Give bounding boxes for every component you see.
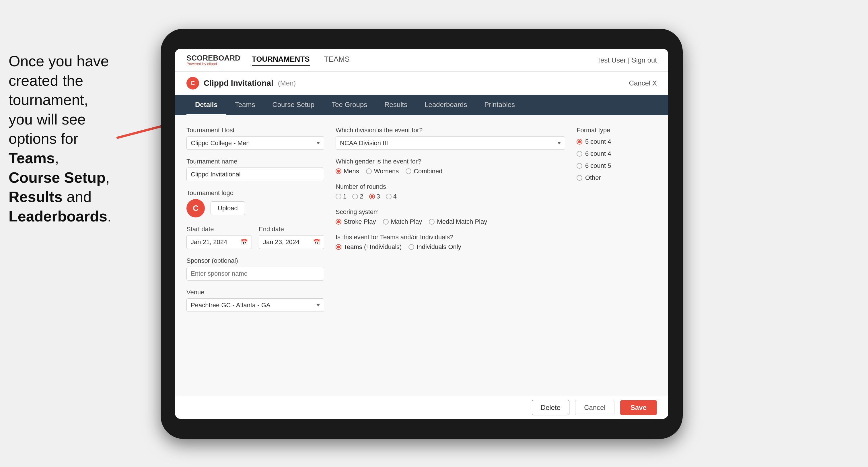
- round-2-radio[interactable]: [352, 194, 358, 199]
- tournament-name-input[interactable]: [186, 167, 324, 181]
- gender-womens-label: Womens: [374, 167, 399, 175]
- tournament-host-select[interactable]: Clippd College - Men: [186, 136, 324, 150]
- cancel-button[interactable]: Cancel: [575, 400, 614, 415]
- scoring-stroke-radio[interactable]: [336, 219, 341, 225]
- delete-button[interactable]: Delete: [532, 400, 569, 415]
- gender-womens[interactable]: Womens: [366, 167, 399, 175]
- format-5count4-radio[interactable]: [577, 139, 582, 145]
- gender-combined-radio[interactable]: [406, 168, 411, 174]
- division-select[interactable]: NCAA Division III: [336, 136, 565, 150]
- nav-tournaments[interactable]: TOURNAMENTS: [252, 55, 310, 66]
- format-6count4-radio[interactable]: [577, 151, 582, 157]
- format-6count5-label: 6 count 5: [585, 162, 611, 169]
- breadcrumb-bar: C Clippd Invitational (Men) Cancel X: [175, 72, 669, 95]
- main-content: Tournament Host Clippd College - Men Tou…: [175, 115, 669, 399]
- end-date-wrap: 📅: [259, 235, 324, 249]
- gender-group: Which gender is the event for? Mens Wome…: [336, 158, 565, 175]
- scoring-medal[interactable]: Medal Match Play: [429, 218, 487, 225]
- gender-mens-radio[interactable]: [336, 168, 341, 174]
- user-text[interactable]: Test User | Sign out: [597, 56, 657, 64]
- start-date-group: Start date 📅: [186, 225, 252, 249]
- calendar-icon: 📅: [241, 239, 248, 246]
- format-other[interactable]: Other: [577, 174, 657, 182]
- format-6count4[interactable]: 6 count 4: [577, 150, 657, 157]
- tabs-bar: Details Teams Course Setup Tee Groups Re…: [175, 95, 669, 115]
- format-5count4[interactable]: 5 count 4: [577, 138, 657, 146]
- format-other-radio[interactable]: [577, 175, 582, 181]
- breadcrumb-content: C Clippd Invitational (Men): [186, 77, 296, 90]
- format-6count5[interactable]: 6 count 5: [577, 162, 657, 169]
- right-column: Which division is the event for? NCAA Di…: [336, 126, 565, 387]
- tab-course-setup[interactable]: Course Setup: [264, 95, 323, 115]
- individuals-only[interactable]: Individuals Only: [408, 243, 461, 251]
- tab-details[interactable]: Details: [186, 95, 226, 115]
- format-5count4-label: 5 count 4: [585, 138, 611, 146]
- format-6count5-radio[interactable]: [577, 163, 582, 169]
- left-column: Tournament Host Clippd College - Men Tou…: [186, 126, 324, 387]
- sponsor-input[interactable]: [186, 267, 324, 281]
- upload-button[interactable]: Upload: [211, 201, 245, 215]
- tab-results[interactable]: Results: [376, 95, 416, 115]
- logo-upload-area: C Upload: [186, 199, 324, 217]
- tournament-host-group: Tournament Host Clippd College - Men: [186, 126, 324, 150]
- division-group: Which division is the event for? NCAA Di…: [336, 126, 565, 150]
- round-4[interactable]: 4: [386, 193, 397, 200]
- save-button[interactable]: Save: [620, 400, 657, 415]
- tab-leaderboards[interactable]: Leaderboards: [416, 95, 475, 115]
- tournament-host-label: Tournament Host: [186, 126, 324, 134]
- teams-radio-group: Teams (+Individuals) Individuals Only: [336, 243, 565, 251]
- end-date-label: End date: [259, 225, 324, 233]
- scoring-radio-group: Stroke Play Match Play Medal Match Play: [336, 218, 565, 225]
- logo: SCOREBOARD Powered by clippd: [186, 54, 240, 66]
- round-3-radio[interactable]: [369, 194, 375, 199]
- teams-plus-individuals-radio[interactable]: [336, 244, 341, 250]
- scoring-stroke-label: Stroke Play: [344, 218, 376, 225]
- breadcrumb-subtitle: (Men): [278, 79, 296, 87]
- tab-teams[interactable]: Teams: [226, 95, 264, 115]
- gender-combined[interactable]: Combined: [406, 167, 442, 175]
- scoring-match-label: Match Play: [391, 218, 422, 225]
- sponsor-label: Sponsor (optional): [186, 257, 324, 264]
- nav-links: TOURNAMENTS TEAMS: [252, 55, 350, 66]
- round-2[interactable]: 2: [352, 193, 363, 200]
- round-3[interactable]: 3: [369, 193, 380, 200]
- scoring-match-radio[interactable]: [383, 219, 389, 225]
- scoring-label: Scoring system: [336, 208, 565, 216]
- gender-mens[interactable]: Mens: [336, 167, 359, 175]
- teams-plus-individuals[interactable]: Teams (+Individuals): [336, 243, 402, 251]
- division-label: Which division is the event for?: [336, 126, 565, 134]
- logo-area: SCOREBOARD Powered by clippd TOURNAMENTS…: [186, 54, 350, 66]
- teams-individuals-label: Is this event for Teams and/or Individua…: [336, 234, 565, 241]
- gender-radio-group: Mens Womens Combined: [336, 167, 565, 175]
- venue-select[interactable]: Peachtree GC - Atlanta - GA: [186, 298, 324, 312]
- venue-label: Venue: [186, 288, 324, 296]
- date-row: Start date 📅 End date 📅: [186, 225, 324, 257]
- end-date-group: End date 📅: [259, 225, 324, 249]
- gender-womens-radio[interactable]: [366, 168, 372, 174]
- cancel-x-button[interactable]: Cancel X: [629, 79, 657, 87]
- tournament-logo-label: Tournament logo: [186, 189, 324, 197]
- start-date-label: Start date: [186, 225, 252, 233]
- scoring-stroke[interactable]: Stroke Play: [336, 218, 376, 225]
- tab-tee-groups[interactable]: Tee Groups: [323, 95, 376, 115]
- action-bar: Delete Cancel Save: [175, 396, 669, 419]
- individuals-only-label: Individuals Only: [416, 243, 461, 251]
- gender-label: Which gender is the event for?: [336, 158, 565, 165]
- nav-teams[interactable]: TEAMS: [324, 55, 350, 66]
- round-4-radio[interactable]: [386, 194, 392, 199]
- calendar-icon-end: 📅: [313, 239, 320, 246]
- individuals-only-radio[interactable]: [408, 244, 414, 250]
- tab-printables[interactable]: Printables: [475, 95, 524, 115]
- scoring-medal-radio[interactable]: [429, 219, 435, 225]
- rounds-group: Number of rounds 1 2 3: [336, 183, 565, 200]
- format-radio-list: 5 count 4 6 count 4 6 count 5 Other: [577, 138, 657, 182]
- round-1[interactable]: 1: [336, 193, 346, 200]
- teams-individuals-group: Is this event for Teams and/or Individua…: [336, 234, 565, 251]
- format-type-column: Format type 5 count 4 6 count 4 6 count …: [577, 126, 657, 387]
- intro-line: Once you havecreated thetournament,you w…: [9, 53, 111, 225]
- tablet-screen: SCOREBOARD Powered by clippd TOURNAMENTS…: [175, 49, 669, 419]
- gender-mens-label: Mens: [344, 167, 359, 175]
- scoring-match[interactable]: Match Play: [383, 218, 422, 225]
- rounds-label: Number of rounds: [336, 183, 565, 190]
- round-1-radio[interactable]: [336, 194, 341, 199]
